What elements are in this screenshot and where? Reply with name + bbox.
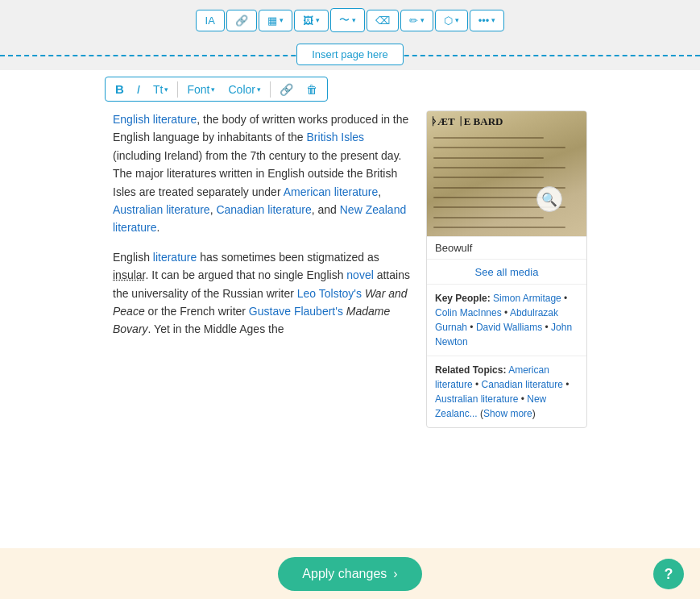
text-column: English literature, the body of written … xyxy=(113,110,410,428)
italic-label: I xyxy=(137,82,140,96)
image-button[interactable]: 🖼 ▾ xyxy=(294,10,329,31)
paragraph-1: English literature, the body of written … xyxy=(113,110,410,237)
australian-literature-link[interactable]: Australian literature xyxy=(113,203,210,216)
american-literature-link[interactable]: American literature xyxy=(284,185,379,198)
bottom-bar: Apply changes › ? xyxy=(0,548,700,599)
insert-page-button[interactable]: Insert page here xyxy=(296,44,404,65)
canadian-literature-link[interactable]: Canadian literature xyxy=(216,203,311,216)
manuscript-line-1 xyxy=(433,137,544,139)
tolstoy-link[interactable]: Leo Tolstoy's xyxy=(297,287,362,300)
wave-icon: 〜 xyxy=(339,13,350,27)
wave-button[interactable]: 〜 ▾ xyxy=(330,8,365,32)
table-icon: ▦ xyxy=(267,15,277,27)
more-button[interactable]: ••• ▾ xyxy=(470,10,505,31)
pen-button[interactable]: ✏ ▾ xyxy=(400,10,433,31)
see-all-media: See all media xyxy=(427,259,586,284)
search-icon: 🔍 xyxy=(541,192,557,207)
image-sidebar: ᚦÆT ᛁE BARD xyxy=(426,110,587,428)
color-caret-icon: ▾ xyxy=(257,85,261,94)
apply-changes-chevron-icon: › xyxy=(393,567,397,581)
link-icon: 🔗 xyxy=(235,15,248,27)
color-label: Color xyxy=(228,83,255,96)
delete-button[interactable]: 🗑 xyxy=(300,81,323,98)
manuscript-line-5 xyxy=(433,177,544,178)
australian-lit-topic-link[interactable]: Australian literature xyxy=(435,393,518,405)
novel-link[interactable]: novel xyxy=(346,268,373,281)
image-card: ᚦÆT ᛁE BARD xyxy=(426,110,587,428)
manuscript-line-3 xyxy=(433,157,544,159)
insert-page-bar: Insert page here xyxy=(0,39,700,70)
heading-caret-icon: ▾ xyxy=(164,85,168,94)
eraser-button[interactable]: ⌫ xyxy=(367,10,399,31)
manuscript-title: ᚦÆT ᛁE BARD xyxy=(431,115,503,127)
table-caret-icon: ▾ xyxy=(280,16,284,24)
english-literature-link[interactable]: English literature xyxy=(113,113,197,126)
apply-changes-label: Apply changes xyxy=(302,567,387,581)
manuscript-line-9 xyxy=(433,217,544,218)
font-caret-icon: ▾ xyxy=(211,85,215,94)
british-isles-link[interactable]: British Isles xyxy=(307,131,365,144)
bold-label: B xyxy=(115,82,124,96)
more-icon: ••• xyxy=(478,15,490,27)
show-more-link[interactable]: Show more xyxy=(483,408,532,419)
image-caption: Beowulf xyxy=(427,236,586,259)
manuscript-line-4 xyxy=(433,167,565,168)
manuscript-lines: ᚦÆT ᛁE BARD xyxy=(427,111,586,236)
caption-text: Beowulf xyxy=(435,242,472,254)
literature-link[interactable]: literature xyxy=(153,251,197,264)
related-topics-label: Related Topics: xyxy=(435,364,506,376)
colin-macinnes-link[interactable]: Colin MacInnes xyxy=(435,307,502,318)
wave-caret-icon: ▾ xyxy=(352,16,356,24)
image-icon: 🖼 xyxy=(303,15,313,27)
manuscript-line-2 xyxy=(433,147,565,148)
key-people-section: Key People: Simon Armitage • Colin MacIn… xyxy=(427,284,586,356)
shape-caret-icon: ▾ xyxy=(455,16,459,24)
manuscript-line-10 xyxy=(433,227,565,228)
heading-button[interactable]: Tt ▾ xyxy=(147,81,174,98)
eraser-icon: ⌫ xyxy=(375,15,390,27)
ia-label: IA xyxy=(205,15,215,27)
related-topics-section: Related Topics: American literature • Ca… xyxy=(427,356,586,427)
text-link-icon: 🔗 xyxy=(280,83,293,96)
link-button[interactable]: 🔗 xyxy=(226,10,257,31)
shape-icon: ⬡ xyxy=(444,15,453,27)
toolbar-separator-2 xyxy=(270,81,271,98)
text-formatting-toolbar: B I Tt ▾ Font ▾ Color ▾ 🔗 🗑 xyxy=(105,77,328,102)
flaubert-link[interactable]: Gustave Flaubert's xyxy=(249,305,343,318)
paragraph-2: English literature has sometimes been st… xyxy=(113,248,410,339)
pen-caret-icon: ▾ xyxy=(420,16,425,24)
key-people-label: Key People: xyxy=(435,293,491,304)
content-layout: English literature, the body of written … xyxy=(0,70,700,444)
insert-page-label: Insert page here xyxy=(312,48,388,60)
manuscript-line-7 xyxy=(433,197,544,198)
manuscript-image: ᚦÆT ᛁE BARD xyxy=(427,111,586,236)
bold-button[interactable]: B xyxy=(110,80,130,98)
help-icon: ? xyxy=(665,566,673,583)
italic-button[interactable]: I xyxy=(131,80,146,98)
font-label: Font xyxy=(187,83,209,96)
insular-word: insular xyxy=(113,268,145,281)
david-walliams-link[interactable]: David Walliams xyxy=(476,322,542,333)
table-button[interactable]: ▦ ▾ xyxy=(259,10,292,31)
image-caret-icon: ▾ xyxy=(316,16,320,24)
content-area: B I Tt ▾ Font ▾ Color ▾ 🔗 🗑 English lit xyxy=(0,70,700,554)
search-overlay-button[interactable]: 🔍 xyxy=(536,186,562,212)
apply-changes-button[interactable]: Apply changes › xyxy=(278,557,421,591)
pen-icon: ✏ xyxy=(409,15,418,27)
simon-armitage-link[interactable]: Simon Armitage xyxy=(493,293,561,304)
text-link-button[interactable]: 🔗 xyxy=(274,81,299,98)
heading-label: Tt xyxy=(153,83,163,96)
canadian-lit-topic-link[interactable]: Canadian literature xyxy=(482,379,563,390)
ia-button[interactable]: IA xyxy=(196,10,225,31)
delete-icon: 🗑 xyxy=(306,83,317,96)
toolbar-separator-1 xyxy=(177,81,178,98)
see-all-media-link[interactable]: See all media xyxy=(475,266,539,278)
top-toolbar: IA 🔗 ▦ ▾ 🖼 ▾ 〜 ▾ ⌫ ✏ ▾ ⬡ ▾ ••• ▾ xyxy=(0,0,700,39)
shape-button[interactable]: ⬡ ▾ xyxy=(435,10,468,31)
color-button[interactable]: Color ▾ xyxy=(222,81,266,98)
image-container: ᚦÆT ᛁE BARD xyxy=(427,111,586,236)
more-caret-icon: ▾ xyxy=(491,16,495,24)
help-button[interactable]: ? xyxy=(653,559,684,589)
font-button[interactable]: Font ▾ xyxy=(181,81,221,98)
